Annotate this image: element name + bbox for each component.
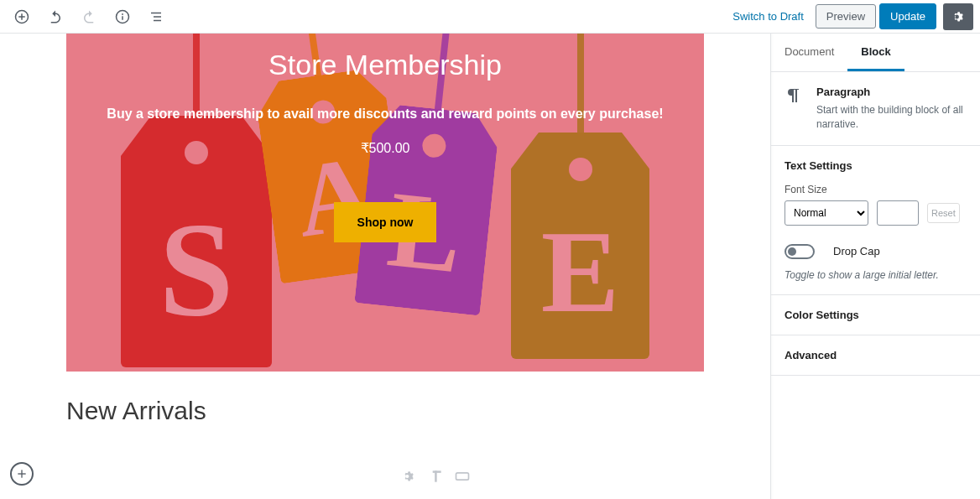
drop-cap-row: Drop Cap bbox=[785, 244, 967, 259]
cover-price[interactable]: ₹500.00 bbox=[361, 140, 410, 156]
block-quick-tools bbox=[399, 467, 472, 486]
svg-rect-13 bbox=[456, 473, 469, 480]
drop-cap-help-text: Toggle to show a large initial letter. bbox=[785, 269, 967, 281]
cover-subtitle[interactable]: Buy a store membership to avail more dis… bbox=[107, 107, 663, 122]
update-button[interactable]: Update bbox=[879, 3, 936, 29]
add-block-inserter[interactable] bbox=[10, 462, 34, 486]
font-size-select[interactable]: Normal bbox=[785, 200, 868, 226]
svg-rect-6 bbox=[151, 12, 161, 13]
block-card-description: Start with the building block of all nar… bbox=[816, 103, 967, 132]
redo-icon[interactable] bbox=[74, 2, 104, 32]
editor-top-toolbar: Switch to Draft Preview Update bbox=[0, 0, 980, 34]
color-settings-title: Color Settings bbox=[785, 309, 859, 321]
outline-icon[interactable] bbox=[141, 2, 171, 32]
paragraph-block-icon[interactable] bbox=[426, 467, 445, 486]
toolbar-right-group: Switch to Draft Preview Update bbox=[724, 3, 973, 30]
cover-title[interactable]: Store Membership bbox=[268, 49, 502, 81]
svg-rect-5 bbox=[122, 16, 123, 20]
new-arrivals-heading[interactable]: New Arrivals bbox=[66, 397, 704, 425]
info-icon[interactable] bbox=[107, 2, 138, 32]
cover-block[interactable]: S A L E Store Membership Buy a store mem… bbox=[66, 34, 704, 372]
settings-gear-button[interactable] bbox=[943, 3, 973, 30]
toolbar-left-group bbox=[7, 2, 171, 32]
advanced-panel[interactable]: Advanced bbox=[771, 335, 980, 376]
editor-main: S A L E Store Membership Buy a store mem… bbox=[0, 34, 980, 499]
settings-sidebar: Document Block Paragraph Start with the … bbox=[770, 34, 980, 499]
font-size-input[interactable] bbox=[877, 200, 919, 226]
plus-icon bbox=[15, 467, 29, 481]
block-card-panel: Paragraph Start with the building block … bbox=[771, 72, 980, 146]
gear-warning-icon[interactable] bbox=[399, 467, 418, 486]
paragraph-icon bbox=[785, 86, 805, 106]
editor-canvas: S A L E Store Membership Buy a store mem… bbox=[0, 34, 770, 499]
preview-button[interactable]: Preview bbox=[816, 4, 876, 29]
svg-rect-7 bbox=[154, 16, 161, 18]
text-settings-panel: Text Settings Font Size Normal Reset Dro… bbox=[771, 146, 980, 295]
text-settings-title: Text Settings bbox=[785, 159, 852, 172]
font-size-reset-button[interactable]: Reset bbox=[927, 203, 960, 223]
tab-document[interactable]: Document bbox=[771, 34, 847, 71]
font-size-row: Normal Reset bbox=[785, 200, 967, 226]
font-size-label: Font Size bbox=[785, 184, 967, 195]
drop-cap-label: Drop Cap bbox=[833, 245, 880, 257]
svg-rect-10 bbox=[18, 473, 25, 474]
undo-icon[interactable] bbox=[40, 2, 70, 32]
add-block-icon[interactable] bbox=[7, 2, 37, 32]
tab-block[interactable]: Block bbox=[847, 34, 904, 71]
advanced-title: Advanced bbox=[785, 349, 837, 361]
svg-rect-2 bbox=[18, 16, 25, 18]
block-card-title: Paragraph bbox=[816, 86, 967, 98]
svg-point-4 bbox=[122, 13, 123, 15]
shop-now-button[interactable]: Shop now bbox=[334, 202, 437, 242]
svg-rect-8 bbox=[154, 19, 161, 21]
switch-to-draft-button[interactable]: Switch to Draft bbox=[724, 5, 812, 28]
sidebar-tabs: Document Block bbox=[771, 34, 980, 72]
svg-rect-11 bbox=[433, 470, 441, 473]
drop-cap-toggle[interactable] bbox=[785, 244, 815, 259]
text-settings-toggle[interactable]: Text Settings bbox=[785, 159, 967, 172]
svg-rect-12 bbox=[435, 470, 437, 481]
gear-icon bbox=[950, 8, 967, 25]
color-settings-panel[interactable]: Color Settings bbox=[771, 295, 980, 335]
columns-block-icon[interactable] bbox=[453, 467, 472, 486]
